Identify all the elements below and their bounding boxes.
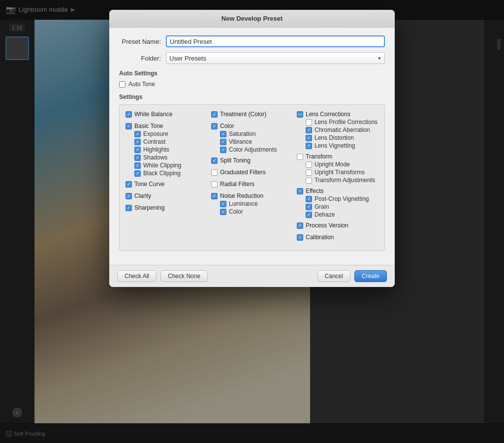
lens-distortion-checkbox[interactable]: ✓ xyxy=(306,135,312,141)
new-develop-preset-modal: New Develop Preset Preset Name: Folder: … xyxy=(109,10,395,287)
preset-name-row: Preset Name: xyxy=(119,35,385,47)
effects-label: Effects xyxy=(306,188,323,194)
lens-corrections-checkbox[interactable]: — xyxy=(297,111,303,118)
white-clipping-checkbox[interactable]: ✓ xyxy=(134,162,141,169)
sharpening-checkbox[interactable]: ✓ xyxy=(126,205,132,211)
preset-name-input[interactable] xyxy=(166,35,385,47)
cancel-button[interactable]: Cancel xyxy=(317,270,350,282)
highlights-checkbox[interactable]: ✓ xyxy=(134,147,141,153)
modal-overlay: New Develop Preset Preset Name: Folder: … xyxy=(0,0,504,443)
luminance-checkbox[interactable]: ✓ xyxy=(220,201,226,207)
dehaze-checkbox[interactable]: ✓ xyxy=(306,212,312,218)
color-adjustments-label: Color Adjustments xyxy=(229,146,277,153)
upright-transforms-label: Upright Transforms xyxy=(315,169,365,176)
color-label: Color xyxy=(220,123,234,129)
tone-curve-checkbox[interactable]: ✓ xyxy=(126,181,132,188)
black-clipping-label: Black Clipping xyxy=(143,170,181,177)
folder-select-wrap: User Presets Lightroom Defaults ▼ xyxy=(166,52,385,64)
graduated-filters-label: Graduated Filters xyxy=(220,169,266,176)
exposure-checkbox[interactable]: ✓ xyxy=(134,131,141,137)
modal-footer: Check All Check None Cancel Create xyxy=(109,265,395,287)
calibration-label: Calibration xyxy=(306,234,334,241)
settings-col-1: ✓ White Balance ✓ Basic Tone xyxy=(126,111,207,245)
color-group: ✓ Color ✓ Saturation ✓ Vibrance xyxy=(211,123,293,153)
effects-checkbox[interactable]: ✓ xyxy=(297,188,303,194)
noise-reduction-checkbox[interactable]: ✓ xyxy=(211,193,218,199)
grain-checkbox[interactable]: ✓ xyxy=(306,204,312,210)
upright-mode-label: Upright Mode xyxy=(315,161,350,168)
shadows-row: ✓ Shadows xyxy=(134,154,207,161)
lens-vignetting-label: Lens Vignetting xyxy=(315,142,355,149)
basic-tone-parent: ✓ Basic Tone xyxy=(126,123,207,129)
modal-title: New Develop Preset xyxy=(109,10,395,28)
clarity-label: Clarity xyxy=(134,192,151,199)
lens-corrections-label: Lens Corrections xyxy=(306,111,350,118)
basic-tone-checkbox[interactable]: ✓ xyxy=(126,123,132,129)
lens-vignetting-row: ✓ Lens Vignetting xyxy=(306,142,378,149)
transform-adjustments-checkbox[interactable] xyxy=(306,177,312,184)
tone-curve-group: ✓ Tone Curve xyxy=(126,181,207,189)
contrast-checkbox[interactable]: ✓ xyxy=(134,139,141,145)
radial-filters-parent: Radial Filters xyxy=(211,181,293,188)
transform-parent: Transform xyxy=(297,153,378,160)
lens-profile-corrections-checkbox[interactable] xyxy=(306,119,312,126)
upright-mode-checkbox[interactable] xyxy=(306,161,312,168)
chromatic-aberration-checkbox[interactable]: ✓ xyxy=(306,127,312,133)
calibration-group: ✓ Calibration xyxy=(297,234,378,242)
vibrance-row: ✓ Vibrance xyxy=(220,138,293,145)
sharpening-parent: ✓ Sharpening xyxy=(126,204,207,211)
nr-color-row: ✓ Color xyxy=(220,208,293,215)
color-checkbox[interactable]: ✓ xyxy=(211,123,218,129)
noise-reduction-parent: ✓ Noise Reduction xyxy=(211,192,293,199)
shadows-label: Shadows xyxy=(143,154,167,161)
basic-tone-label: Basic Tone xyxy=(134,123,163,129)
transform-group: Transform Upright Mode Upright Transform… xyxy=(297,153,378,184)
basic-tone-group: ✓ Basic Tone ✓ Exposure ✓ Contr xyxy=(126,123,207,177)
exposure-label: Exposure xyxy=(143,130,168,137)
process-version-checkbox[interactable]: ✓ xyxy=(297,222,303,229)
radial-filters-checkbox[interactable] xyxy=(211,181,218,188)
graduated-filters-group: Graduated Filters xyxy=(211,169,293,177)
white-balance-label: White Balance xyxy=(134,111,172,118)
vibrance-label: Vibrance xyxy=(229,138,252,145)
check-none-button[interactable]: Check None xyxy=(160,270,208,282)
saturation-row: ✓ Saturation xyxy=(220,130,293,137)
calibration-parent: ✓ Calibration xyxy=(297,234,378,241)
exposure-row: ✓ Exposure xyxy=(134,130,207,137)
preset-name-label: Preset Name: xyxy=(119,38,166,45)
vibrance-checkbox[interactable]: ✓ xyxy=(220,139,226,145)
post-crop-vignetting-checkbox[interactable]: ✓ xyxy=(306,196,312,202)
radial-filters-group: Radial Filters xyxy=(211,181,293,189)
transform-checkbox[interactable] xyxy=(297,154,303,160)
clarity-checkbox[interactable]: ✓ xyxy=(126,193,132,199)
lens-profile-corrections-row: Lens Profile Corrections xyxy=(306,119,378,126)
check-all-button[interactable]: Check All xyxy=(117,270,157,282)
auto-tone-checkbox[interactable] xyxy=(119,81,126,88)
graduated-filters-checkbox[interactable] xyxy=(211,169,218,176)
chromatic-aberration-label: Chromatic Aberration xyxy=(315,127,370,133)
settings-col-2: ✓ Treatment (Color) ✓ Color xyxy=(211,111,293,245)
lens-vignetting-checkbox[interactable]: ✓ xyxy=(306,143,312,149)
white-balance-checkbox[interactable]: ✓ xyxy=(126,111,132,118)
chromatic-aberration-row: ✓ Chromatic Aberration xyxy=(306,127,378,133)
calibration-checkbox[interactable]: ✓ xyxy=(297,234,303,241)
white-balance-parent: ✓ White Balance xyxy=(126,111,207,118)
folder-select[interactable]: User Presets Lightroom Defaults xyxy=(166,52,385,64)
white-clipping-label: White Clipping xyxy=(143,162,181,169)
white-clipping-row: ✓ White Clipping xyxy=(134,162,207,169)
upright-transforms-checkbox[interactable] xyxy=(306,169,312,176)
create-button[interactable]: Create xyxy=(354,270,387,282)
shadows-checkbox[interactable]: ✓ xyxy=(134,155,141,161)
split-toning-checkbox[interactable]: ✓ xyxy=(211,158,218,164)
treatment-checkbox[interactable]: ✓ xyxy=(211,111,218,118)
nr-color-checkbox[interactable]: ✓ xyxy=(220,209,226,215)
black-clipping-checkbox[interactable]: ✓ xyxy=(134,170,141,177)
auto-settings-section: Auto Settings Auto Tone xyxy=(119,70,385,88)
color-adjustments-checkbox[interactable]: ✓ xyxy=(220,147,226,153)
saturation-checkbox[interactable]: ✓ xyxy=(220,131,226,137)
tone-curve-parent: ✓ Tone Curve xyxy=(126,181,207,188)
process-version-label: Process Version xyxy=(306,222,348,229)
upright-transforms-row: Upright Transforms xyxy=(306,169,378,176)
upright-mode-row: Upright Mode xyxy=(306,161,378,168)
grain-row: ✓ Grain xyxy=(306,203,378,210)
